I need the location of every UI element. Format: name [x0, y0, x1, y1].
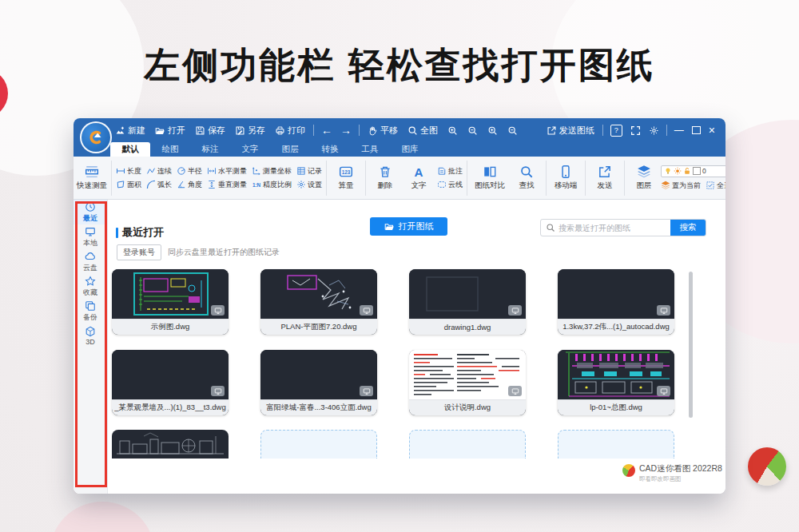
full-view-button[interactable]: 全图 — [403, 125, 443, 137]
letter-a-icon — [411, 165, 426, 179]
zoom-window-button[interactable] — [483, 125, 503, 136]
folder-icon — [384, 221, 395, 232]
file-card[interactable]: PLAN-平面图7.20.dwg — [260, 269, 377, 335]
ribbon-item-arc-length[interactable]: 弧长 — [145, 180, 173, 190]
tab-dimension[interactable]: 标注 — [190, 142, 230, 157]
tab-layer[interactable]: 图层 — [270, 142, 310, 157]
login-button[interactable]: 登录账号 — [117, 244, 161, 260]
zoom-out-icon — [507, 125, 518, 136]
set-current-button[interactable]: 置为当前 — [661, 181, 701, 191]
text-button[interactable]: 文字 — [402, 165, 435, 191]
file-name: _某景观景墙及...)(1)_83__t3.dwg — [112, 399, 229, 415]
pan-button[interactable]: 平移 — [363, 125, 403, 137]
calc-button[interactable]: 算量 — [329, 165, 363, 191]
sidebar-item-local[interactable]: 本地 — [74, 224, 107, 249]
zoom-in-button[interactable] — [443, 125, 463, 136]
file-card[interactable]: 设计说明.dwg — [409, 350, 526, 415]
delete-button[interactable]: 删除 — [368, 165, 402, 191]
empty-slot[interactable] — [558, 430, 674, 459]
minimize-button[interactable]: — — [670, 125, 688, 136]
cloud-line-button[interactable]: 云线 — [435, 180, 464, 190]
tab-default[interactable]: 默认 — [110, 142, 150, 157]
sidebar-item-favorites[interactable]: 收藏 — [74, 274, 107, 299]
file-card[interactable]: lp-01~总图.dwg — [558, 350, 674, 415]
ribbon-item-measure-coordinate[interactable]: 测量坐标 — [250, 166, 293, 177]
tab-text[interactable]: 文字 — [230, 142, 270, 157]
file-card-partial[interactable] — [112, 430, 229, 459]
monitor-icon — [511, 387, 519, 395]
new-button[interactable]: 新建 — [110, 125, 150, 137]
coordinate-icon — [252, 166, 261, 176]
ribbon-item-length[interactable]: 长度 — [114, 166, 143, 177]
maximize-button[interactable] — [688, 126, 705, 134]
fullscreen-button[interactable] — [626, 125, 645, 136]
save-as-icon — [235, 125, 245, 136]
quick-measure-button[interactable]: 快速测量 — [75, 165, 109, 191]
save-button[interactable]: 保存 — [190, 125, 230, 137]
search-button[interactable]: 搜索 — [670, 220, 706, 236]
note-icon — [437, 166, 447, 176]
note-button[interactable]: 批注 — [435, 166, 464, 177]
tab-draw[interactable]: 绘图 — [150, 142, 190, 157]
ribbon-item-horizontal-measure[interactable]: 水平测量 — [205, 166, 248, 177]
monitor-badge — [211, 305, 225, 316]
monitor-badge — [360, 386, 373, 396]
magnifier-icon — [407, 125, 418, 136]
compare-button[interactable]: 图纸对比 — [470, 165, 510, 191]
ribbon-item-precision-scale[interactable]: 精度比例 — [250, 180, 293, 190]
quick-toolbar: 新建 打开 保存 另存 打印 ← → 平移 全图 — [110, 118, 523, 142]
send-button[interactable]: 发送 — [588, 165, 622, 191]
ribbon-item-record[interactable]: 记录 — [295, 166, 324, 177]
main-panel: 最近打开 打开图纸 搜索 登录账号 同步云盘里最近打开的图纸记录 — [107, 200, 725, 494]
file-name: 1.3kw,37.2伟...(1)_autocad.dwg — [558, 319, 674, 335]
select-all-button[interactable]: 全选 — [706, 181, 725, 191]
print-button[interactable]: 打印 — [270, 125, 310, 137]
divider — [365, 161, 366, 196]
save-icon — [195, 125, 205, 136]
ribbon-item-area[interactable]: 面积 — [114, 180, 143, 190]
file-card[interactable]: 富阳绿城-富春...3-406立面.dwg — [260, 350, 377, 415]
layer-select[interactable]: 0 ▾ — [661, 165, 725, 177]
tab-tools[interactable]: 工具 — [350, 142, 390, 157]
empty-slot[interactable] — [260, 430, 377, 459]
open-drawing-button[interactable]: 打开图纸 — [370, 217, 447, 236]
zoom-out-icon — [467, 125, 478, 136]
tab-library[interactable]: 图库 — [390, 142, 430, 157]
layers-button[interactable]: 图层 — [627, 165, 661, 191]
search-input[interactable] — [557, 220, 670, 236]
file-name: 设计说明.dwg — [409, 399, 526, 415]
file-card[interactable]: 示例图.dwg — [112, 269, 229, 335]
sidebar-item-recent[interactable]: 最近 — [74, 200, 107, 224]
close-button[interactable]: × — [705, 124, 719, 137]
redo-button[interactable]: → — [336, 124, 356, 137]
cube-3d-icon — [85, 326, 96, 337]
settings-button[interactable] — [645, 125, 663, 136]
undo-button[interactable]: ← — [317, 124, 336, 137]
share-icon — [547, 125, 557, 136]
ribbon-item-vertical-measure[interactable]: 垂直测量 — [205, 180, 248, 190]
sidebar-item-cloud[interactable]: 云盘 — [74, 249, 107, 274]
vertical-measure-icon — [207, 180, 217, 189]
divider — [313, 125, 314, 136]
tab-convert[interactable]: 转换 — [310, 142, 350, 157]
sidebar-item-backup[interactable]: 备份 — [74, 299, 107, 324]
zoom-prev-button[interactable] — [503, 125, 523, 136]
ribbon-item-continuous[interactable]: 连续 — [145, 166, 173, 177]
divider — [326, 161, 327, 196]
send-drawing-button[interactable]: 发送图纸 — [542, 125, 599, 137]
find-button[interactable]: 查找 — [510, 165, 543, 191]
ribbon-item-angle[interactable]: 角度 — [175, 180, 204, 190]
vertical-scrollbar[interactable] — [689, 272, 693, 418]
file-card[interactable]: 1.3kw,37.2伟...(1)_autocad.dwg — [558, 269, 674, 335]
help-button[interactable]: ? — [606, 125, 626, 137]
ribbon-item-radius[interactable]: 半径 — [175, 166, 204, 177]
zoom-out-button[interactable] — [463, 125, 483, 136]
ribbon-item-settings[interactable]: 设置 — [295, 180, 324, 190]
open-button[interactable]: 打开 — [150, 125, 190, 137]
save-as-button[interactable]: 另存 — [230, 125, 270, 137]
mobile-button[interactable]: 移动端 — [549, 165, 582, 191]
sidebar-item-3d[interactable]: 3D — [74, 324, 107, 348]
empty-slot[interactable] — [409, 430, 526, 459]
file-card[interactable]: drawing1.dwg — [409, 269, 526, 335]
file-card[interactable]: _某景观景墙及...)(1)_83__t3.dwg — [112, 350, 229, 415]
